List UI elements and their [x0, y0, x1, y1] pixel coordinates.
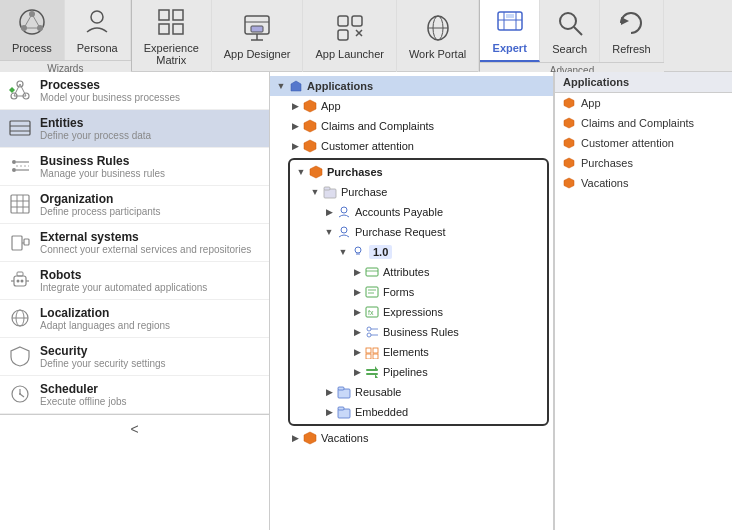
expert-icon [494, 6, 526, 38]
security-desc: Define your security settings [40, 358, 166, 369]
reusable-folder-icon [336, 384, 352, 400]
svg-rect-19 [338, 30, 348, 40]
toolbar: Process Persona Wizards [0, 0, 732, 72]
tree-row-purchase-request[interactable]: ▼ Purchase Request [318, 222, 547, 242]
tree-row-claims[interactable]: ▶ Claims and Complaints [284, 116, 553, 136]
right-panel-item-app[interactable]: App [555, 93, 732, 113]
toolbar-search[interactable]: Search [540, 0, 600, 62]
svg-rect-99 [338, 407, 344, 410]
rp-purchases-label: Purchases [581, 157, 633, 169]
sidebar-collapse-button[interactable]: < [0, 414, 269, 443]
svg-rect-51 [24, 239, 29, 245]
tree-row-applications[interactable]: ▼ Applications [270, 76, 553, 96]
purchase-folder-icon [322, 184, 338, 200]
localization-title: Localization [40, 306, 170, 320]
process-icon [16, 6, 48, 38]
rp-vacations-hex-icon [563, 177, 575, 189]
sidebar-item-external-systems[interactable]: External systems Connect your external s… [0, 224, 269, 262]
svg-rect-17 [338, 16, 348, 26]
organization-title: Organization [40, 192, 161, 206]
sidebar-item-localization[interactable]: Localization Adapt languages and regions [0, 300, 269, 338]
pipe-toggle[interactable]: ▶ [350, 365, 364, 379]
attr-toggle[interactable]: ▶ [350, 265, 364, 279]
toolbar-expert[interactable]: Expert [480, 0, 540, 62]
svg-rect-11 [173, 24, 183, 34]
sidebar-item-robots[interactable]: Robots Integrate your automated applicat… [0, 262, 269, 300]
sidebar-item-scheduler[interactable]: Scheduler Execute offline jobs [0, 376, 269, 414]
ap-toggle[interactable]: ▶ [322, 205, 336, 219]
svg-rect-9 [173, 10, 183, 20]
svg-marker-68 [304, 120, 316, 132]
right-panel-item-claims[interactable]: Claims and Complaints [555, 113, 732, 133]
expr-toggle[interactable]: ▶ [350, 305, 364, 319]
svg-marker-36 [9, 87, 15, 93]
processes-desc: Model your business processes [40, 92, 180, 103]
sidebar-item-security[interactable]: Security Define your security settings [0, 338, 269, 376]
tree-row-v10[interactable]: ▼ 1.0 [332, 242, 547, 262]
tree-row-accounts-payable[interactable]: ▶ Accounts Payable [318, 202, 547, 222]
tree-row-attributes[interactable]: ▶ [346, 262, 547, 282]
tree-label-app: App [321, 100, 341, 112]
right-panel-item-vacations[interactable]: Vacations [555, 173, 732, 193]
purchases-toggle[interactable]: ▼ [294, 165, 308, 179]
tree-row-vacations[interactable]: ▶ Vacations [284, 428, 553, 448]
svg-rect-89 [373, 348, 378, 353]
svg-rect-10 [159, 24, 169, 34]
tree-label-purchases: Purchases [327, 166, 383, 178]
tree-row-forms[interactable]: ▶ [346, 282, 547, 302]
applications-toggle[interactable]: ▼ [274, 79, 288, 93]
tree-row-reusable[interactable]: ▶ Reusable [318, 382, 547, 402]
tree-row-app[interactable]: ▶ App [284, 96, 553, 116]
customer-toggle[interactable]: ▶ [288, 139, 302, 153]
toolbar-app-launcher[interactable]: App Launcher [303, 0, 397, 72]
toolbar-matrix-label: ExperienceMatrix [144, 42, 199, 66]
br-node-toggle[interactable]: ▶ [350, 325, 364, 339]
tree-row-expressions[interactable]: ▶ fx [346, 302, 547, 322]
sidebar-item-organization[interactable]: Organization Define process participants [0, 186, 269, 224]
right-panel-item-purchases[interactable]: Purchases [555, 153, 732, 173]
pr-entity-icon [336, 224, 352, 240]
app-toggle[interactable]: ▶ [288, 99, 302, 113]
toolbar-work-portal[interactable]: Work Portal [397, 0, 479, 72]
tree-label-attributes: Attributes [383, 266, 429, 278]
forms-toggle[interactable]: ▶ [350, 285, 364, 299]
matrix-icon [155, 6, 187, 38]
pr-toggle[interactable]: ▼ [322, 225, 336, 239]
vacations-toggle[interactable]: ▶ [288, 431, 302, 445]
sidebar-item-entities[interactable]: Entities Define your process data [0, 110, 269, 148]
svg-marker-94 [375, 366, 378, 370]
business-rules-icon [8, 154, 32, 178]
svg-rect-91 [373, 354, 378, 359]
toolbar-experience-matrix[interactable]: ExperienceMatrix [132, 0, 212, 72]
rp-vacations-label: Vacations [581, 177, 629, 189]
tree-row-pipelines[interactable]: ▶ [346, 362, 547, 382]
sidebar-item-processes[interactable]: Processes Model your business processes [0, 72, 269, 110]
toolbar-persona[interactable]: Persona [65, 0, 131, 60]
purchase-toggle[interactable]: ▼ [308, 185, 322, 199]
tree-row-embedded[interactable]: ▶ Embedded [318, 402, 547, 422]
elem-toggle[interactable]: ▶ [350, 345, 364, 359]
embedded-toggle[interactable]: ▶ [322, 405, 336, 419]
reusable-toggle[interactable]: ▶ [322, 385, 336, 399]
tree-row-purchases[interactable]: ▼ Purchases [290, 162, 547, 182]
sidebar-item-business-rules[interactable]: Business Rules Manage your business rule… [0, 148, 269, 186]
center-panel: ▼ Applications ▶ App [270, 72, 554, 530]
claims-toggle[interactable]: ▶ [288, 119, 302, 133]
toolbar-process[interactable]: Process [0, 0, 65, 60]
toolbar-expert-label: Expert [493, 42, 527, 54]
tree-row-elements[interactable]: ▶ [346, 342, 547, 362]
tree-row-customer[interactable]: ▶ Customer attention [284, 136, 553, 156]
right-panel-header: Applications [555, 72, 732, 93]
tree-label-purchase: Purchase [341, 186, 387, 198]
right-panel-item-customer[interactable]: Customer attention [555, 133, 732, 153]
toolbar-refresh[interactable]: Refresh [600, 0, 664, 62]
svg-marker-104 [564, 158, 574, 168]
svg-marker-66 [291, 81, 301, 91]
svg-marker-70 [310, 166, 322, 178]
organization-desc: Define process participants [40, 206, 161, 217]
v10-toggle[interactable]: ▼ [336, 245, 350, 259]
tree-row-purchase[interactable]: ▼ Purchase [304, 182, 547, 202]
rp-customer-label: Customer attention [581, 137, 674, 149]
toolbar-app-designer[interactable]: App Designer [212, 0, 304, 72]
tree-row-business-rules-node[interactable]: ▶ [346, 322, 547, 342]
